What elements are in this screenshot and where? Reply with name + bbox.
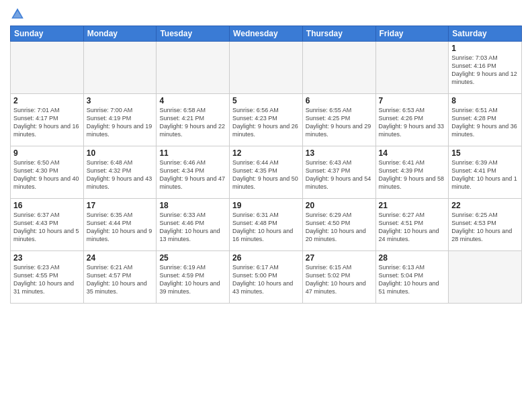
calendar-cell: 6Sunrise: 6:55 AM Sunset: 4:25 PM Daylig… bbox=[302, 94, 375, 146]
page: SundayMondayTuesdayWednesdayThursdayFrid… bbox=[0, 0, 532, 411]
calendar-cell: 7Sunrise: 6:53 AM Sunset: 4:26 PM Daylig… bbox=[375, 94, 449, 146]
day-number: 22 bbox=[451, 201, 519, 210]
day-number: 19 bbox=[232, 201, 300, 210]
day-number: 8 bbox=[451, 96, 519, 105]
calendar-cell bbox=[230, 42, 303, 94]
day-number: 6 bbox=[306, 96, 373, 105]
week-row-3: 16Sunrise: 6:37 AM Sunset: 4:43 PM Dayli… bbox=[11, 199, 522, 251]
calendar-cell: 5Sunrise: 6:56 AM Sunset: 4:23 PM Daylig… bbox=[230, 94, 303, 146]
day-number: 18 bbox=[159, 201, 226, 210]
week-row-2: 9Sunrise: 6:50 AM Sunset: 4:30 PM Daylig… bbox=[11, 146, 522, 199]
day-number: 13 bbox=[306, 148, 373, 158]
day-number: 12 bbox=[232, 148, 300, 158]
calendar-cell: 27Sunrise: 6:15 AM Sunset: 5:02 PM Dayli… bbox=[302, 251, 375, 304]
calendar-cell: 1Sunrise: 7:03 AM Sunset: 4:16 PM Daylig… bbox=[449, 42, 522, 94]
weekday-header-sunday: Sunday bbox=[11, 26, 84, 42]
day-number: 9 bbox=[13, 148, 81, 158]
day-number: 25 bbox=[159, 253, 226, 263]
day-info: Sunrise: 6:56 AM Sunset: 4:23 PM Dayligh… bbox=[232, 106, 300, 139]
logo-icon bbox=[10, 7, 25, 21]
day-info: Sunrise: 7:00 AM Sunset: 4:19 PM Dayligh… bbox=[87, 106, 154, 139]
day-info: Sunrise: 6:13 AM Sunset: 5:04 PM Dayligh… bbox=[379, 263, 446, 296]
day-info: Sunrise: 6:50 AM Sunset: 4:30 PM Dayligh… bbox=[13, 158, 81, 191]
day-number: 4 bbox=[159, 96, 226, 105]
calendar-cell: 11Sunrise: 6:46 AM Sunset: 4:34 PM Dayli… bbox=[157, 146, 230, 199]
day-number: 5 bbox=[232, 96, 300, 105]
day-info: Sunrise: 6:39 AM Sunset: 4:41 PM Dayligh… bbox=[451, 158, 519, 191]
calendar-cell: 17Sunrise: 6:35 AM Sunset: 4:44 PM Dayli… bbox=[83, 199, 157, 251]
day-number: 24 bbox=[87, 253, 154, 263]
day-number: 10 bbox=[87, 148, 154, 158]
day-info: Sunrise: 6:29 AM Sunset: 4:50 PM Dayligh… bbox=[306, 211, 373, 244]
weekday-header-monday: Monday bbox=[83, 26, 157, 42]
calendar-cell: 26Sunrise: 6:17 AM Sunset: 5:00 PM Dayli… bbox=[230, 251, 303, 304]
day-info: Sunrise: 6:58 AM Sunset: 4:21 PM Dayligh… bbox=[159, 106, 226, 139]
day-info: Sunrise: 6:15 AM Sunset: 5:02 PM Dayligh… bbox=[306, 263, 373, 296]
day-info: Sunrise: 6:19 AM Sunset: 4:59 PM Dayligh… bbox=[159, 263, 226, 296]
calendar-cell: 28Sunrise: 6:13 AM Sunset: 5:04 PM Dayli… bbox=[375, 251, 449, 304]
day-number: 17 bbox=[87, 201, 154, 210]
weekday-header-saturday: Saturday bbox=[449, 26, 522, 42]
calendar-cell bbox=[302, 42, 375, 94]
day-number: 14 bbox=[379, 148, 446, 158]
calendar-cell: 23Sunrise: 6:23 AM Sunset: 4:55 PM Dayli… bbox=[11, 251, 84, 304]
day-info: Sunrise: 6:53 AM Sunset: 4:26 PM Dayligh… bbox=[379, 106, 446, 139]
day-number: 28 bbox=[379, 253, 446, 263]
day-info: Sunrise: 7:01 AM Sunset: 4:17 PM Dayligh… bbox=[13, 106, 81, 139]
day-info: Sunrise: 6:21 AM Sunset: 4:57 PM Dayligh… bbox=[87, 263, 154, 296]
week-row-0: 1Sunrise: 7:03 AM Sunset: 4:16 PM Daylig… bbox=[11, 42, 522, 94]
day-number: 16 bbox=[13, 201, 81, 210]
logo bbox=[10, 7, 28, 21]
day-number: 3 bbox=[87, 96, 154, 105]
day-info: Sunrise: 6:33 AM Sunset: 4:46 PM Dayligh… bbox=[159, 211, 226, 244]
day-number: 2 bbox=[13, 96, 81, 105]
calendar-cell bbox=[375, 42, 449, 94]
day-number: 26 bbox=[232, 253, 300, 263]
day-number: 11 bbox=[159, 148, 226, 158]
day-number: 23 bbox=[13, 253, 81, 263]
calendar-cell: 15Sunrise: 6:39 AM Sunset: 4:41 PM Dayli… bbox=[449, 146, 522, 199]
day-number: 21 bbox=[379, 201, 446, 210]
calendar-cell bbox=[83, 42, 157, 94]
day-info: Sunrise: 6:51 AM Sunset: 4:28 PM Dayligh… bbox=[451, 106, 519, 139]
day-number: 7 bbox=[379, 96, 446, 105]
header bbox=[10, 7, 522, 21]
calendar-cell: 19Sunrise: 6:31 AM Sunset: 4:48 PM Dayli… bbox=[230, 199, 303, 251]
calendar-cell: 18Sunrise: 6:33 AM Sunset: 4:46 PM Dayli… bbox=[157, 199, 230, 251]
calendar-cell: 25Sunrise: 6:19 AM Sunset: 4:59 PM Dayli… bbox=[157, 251, 230, 304]
day-info: Sunrise: 6:48 AM Sunset: 4:32 PM Dayligh… bbox=[87, 158, 154, 191]
calendar-table: SundayMondayTuesdayWednesdayThursdayFrid… bbox=[10, 26, 522, 304]
week-row-1: 2Sunrise: 7:01 AM Sunset: 4:17 PM Daylig… bbox=[11, 94, 522, 146]
calendar-cell: 9Sunrise: 6:50 AM Sunset: 4:30 PM Daylig… bbox=[11, 146, 84, 199]
day-info: Sunrise: 6:55 AM Sunset: 4:25 PM Dayligh… bbox=[306, 106, 373, 139]
day-number: 15 bbox=[451, 148, 519, 158]
day-info: Sunrise: 6:37 AM Sunset: 4:43 PM Dayligh… bbox=[13, 211, 81, 244]
day-info: Sunrise: 6:27 AM Sunset: 4:51 PM Dayligh… bbox=[379, 211, 446, 244]
calendar-cell: 12Sunrise: 6:44 AM Sunset: 4:35 PM Dayli… bbox=[230, 146, 303, 199]
day-info: Sunrise: 6:25 AM Sunset: 4:53 PM Dayligh… bbox=[451, 211, 519, 244]
calendar-cell: 21Sunrise: 6:27 AM Sunset: 4:51 PM Dayli… bbox=[375, 199, 449, 251]
day-number: 27 bbox=[306, 253, 373, 263]
weekday-header-thursday: Thursday bbox=[302, 26, 375, 42]
calendar-cell: 16Sunrise: 6:37 AM Sunset: 4:43 PM Dayli… bbox=[11, 199, 84, 251]
calendar-cell: 10Sunrise: 6:48 AM Sunset: 4:32 PM Dayli… bbox=[83, 146, 157, 199]
calendar-cell: 14Sunrise: 6:41 AM Sunset: 4:39 PM Dayli… bbox=[375, 146, 449, 199]
day-number: 1 bbox=[451, 44, 519, 53]
day-info: Sunrise: 6:41 AM Sunset: 4:39 PM Dayligh… bbox=[379, 158, 446, 191]
calendar-cell: 24Sunrise: 6:21 AM Sunset: 4:57 PM Dayli… bbox=[83, 251, 157, 304]
calendar-cell bbox=[157, 42, 230, 94]
calendar-cell: 3Sunrise: 7:00 AM Sunset: 4:19 PM Daylig… bbox=[83, 94, 157, 146]
day-info: Sunrise: 6:44 AM Sunset: 4:35 PM Dayligh… bbox=[232, 158, 300, 191]
calendar-cell: 8Sunrise: 6:51 AM Sunset: 4:28 PM Daylig… bbox=[449, 94, 522, 146]
day-info: Sunrise: 6:17 AM Sunset: 5:00 PM Dayligh… bbox=[232, 263, 300, 296]
day-info: Sunrise: 7:03 AM Sunset: 4:16 PM Dayligh… bbox=[451, 54, 519, 87]
day-info: Sunrise: 6:43 AM Sunset: 4:37 PM Dayligh… bbox=[306, 158, 373, 191]
weekday-header-friday: Friday bbox=[375, 26, 449, 42]
week-row-4: 23Sunrise: 6:23 AM Sunset: 4:55 PM Dayli… bbox=[11, 251, 522, 304]
calendar-cell: 13Sunrise: 6:43 AM Sunset: 4:37 PM Dayli… bbox=[302, 146, 375, 199]
weekday-header-tuesday: Tuesday bbox=[157, 26, 230, 42]
calendar-cell: 22Sunrise: 6:25 AM Sunset: 4:53 PM Dayli… bbox=[449, 199, 522, 251]
calendar-cell bbox=[11, 42, 84, 94]
weekday-header-wednesday: Wednesday bbox=[230, 26, 303, 42]
day-info: Sunrise: 6:46 AM Sunset: 4:34 PM Dayligh… bbox=[159, 158, 226, 191]
